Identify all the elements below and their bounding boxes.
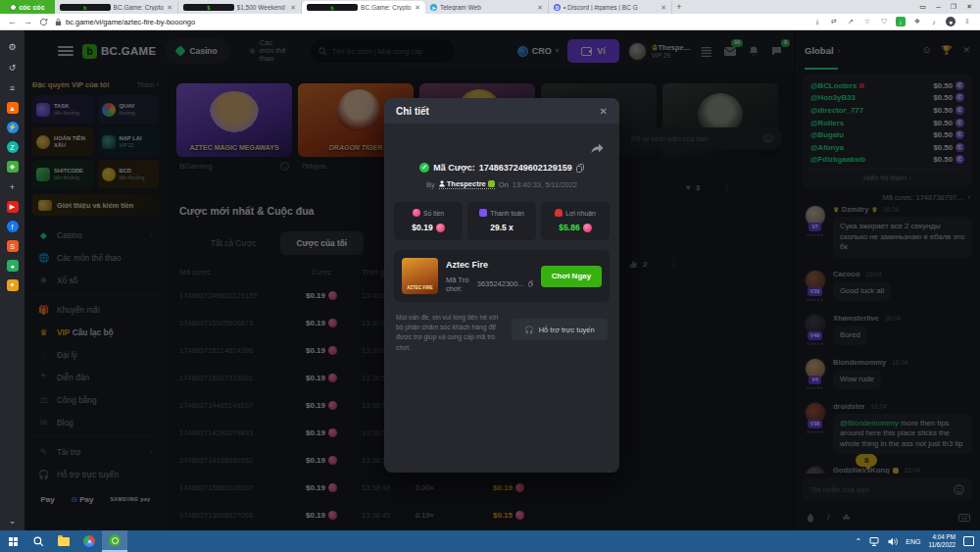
hidden-icons-chevron[interactable]: ⌃ xyxy=(856,537,862,546)
shortcut-lamp-icon[interactable]: ✦ xyxy=(7,279,19,291)
bet-author-link[interactable]: Thespectre xyxy=(439,179,495,189)
tab-close-icon[interactable]: ✕ xyxy=(290,4,296,12)
downloads-tray-icon[interactable]: ⇩ xyxy=(962,17,972,26)
taskbar-search-button[interactable] xyxy=(25,530,51,552)
search-icon xyxy=(33,536,44,547)
telegram-favicon: ➤ xyxy=(430,4,437,11)
url-bar[interactable]: bc.game/vi/game/aztec-fire-by-booongo xyxy=(55,18,806,26)
support-note: Mọi vấn đề, xin vui lòng liên hệ với bộ … xyxy=(396,313,504,353)
new-tab-button[interactable]: + xyxy=(672,2,686,14)
shopee-icon[interactable]: S xyxy=(7,240,19,252)
media-icon[interactable]: ♪ xyxy=(929,17,939,26)
bcgame-favicon: b xyxy=(307,4,358,11)
tab-telegram[interactable]: ➤Telegram Web✕ xyxy=(425,1,549,14)
bet-id-value: 1748637249602129159 xyxy=(479,163,572,173)
tab-title: • Discord | #games | BC G xyxy=(564,4,658,11)
chrome-icon xyxy=(83,535,95,547)
forward-button[interactable]: → xyxy=(24,17,32,26)
file-explorer-button[interactable] xyxy=(51,530,76,552)
modal-title: Chi tiết xyxy=(396,106,429,117)
tab-bcgame-active[interactable]: bBC.Game: Crypto Casino Gam✕ xyxy=(302,1,425,14)
by-label: By xyxy=(426,180,435,189)
tab-title: $1,500 Weekend Booongo M xyxy=(237,4,288,11)
bookmark-star-icon[interactable]: ☆ xyxy=(862,17,872,26)
windows-taskbar: ⌃ ENG 4:04 PM11/6/2022 xyxy=(0,530,980,552)
amount-icon xyxy=(413,209,420,217)
coccoc-brand-logo[interactable]: cốc cốc xyxy=(0,0,55,14)
person-icon xyxy=(439,180,445,187)
tab-search-icon[interactable]: ▭ xyxy=(919,3,926,11)
payout-icon xyxy=(479,209,487,217)
collapse-strip-icon[interactable]: ⌄ xyxy=(6,514,19,527)
copy-icon[interactable] xyxy=(528,279,533,288)
download-manager-icon[interactable]: ↓ xyxy=(896,17,906,26)
minimize-button[interactable]: ─ xyxy=(936,4,941,11)
browser-tab-strip: cốc cốc bBC.Game: Crypto Casino Gam✕ $$1… xyxy=(0,0,980,14)
network-icon[interactable] xyxy=(869,537,880,546)
translate-icon[interactable]: ⇄ xyxy=(829,17,839,26)
tab-booongo[interactable]: $$1,500 Weekend Booongo M✕ xyxy=(178,1,302,14)
game-id-label: Mã Trò chơi: xyxy=(446,276,473,293)
live-support-button[interactable]: 🎧Hỗ trợ trực tuyến xyxy=(512,319,608,340)
url-text: bc.game/vi/game/aztec-fire-by-booongo xyxy=(66,18,195,26)
stat-payout: Thanh toán 29.5 x xyxy=(467,202,536,240)
share-icon[interactable] xyxy=(591,143,604,154)
bet-id-label: Mã Cược: xyxy=(433,163,474,173)
profile-avatar-icon[interactable]: ● xyxy=(946,17,956,26)
lock-icon xyxy=(55,18,62,26)
play-now-button[interactable]: Chơi Ngay xyxy=(541,266,602,287)
tab-discord[interactable]: D• Discord | #games | BC G✕ xyxy=(549,1,672,14)
share-ext-icon[interactable]: ↗ xyxy=(846,17,856,26)
chrome-button[interactable] xyxy=(76,530,102,552)
frog-emoji-icon xyxy=(488,180,495,187)
game-title: Aztec Fire xyxy=(446,260,533,270)
tab-title: Telegram Web xyxy=(440,4,534,11)
add-shortcut-icon[interactable]: + xyxy=(6,180,19,193)
bet-stats: Số tiền $0.19 Thanh toán 29.5 x Lợi nhuậ… xyxy=(394,202,610,240)
action-center-icon[interactable] xyxy=(963,536,974,546)
save-page-icon[interactable]: ⤓ xyxy=(812,17,822,26)
tab-close-icon[interactable]: ✕ xyxy=(415,4,420,12)
verified-badge-icon: ✓ xyxy=(419,163,429,173)
bcgame-app: bBC.GAME Casino Các môn thể thao CRO▾ Ví… xyxy=(24,30,980,530)
reload-icon[interactable] xyxy=(39,18,48,26)
tab-close-icon[interactable]: ✕ xyxy=(661,4,666,12)
start-button[interactable] xyxy=(0,530,25,552)
headset-icon: 🎧 xyxy=(524,326,533,334)
language-indicator[interactable]: ENG xyxy=(906,538,920,545)
browser-toolbar: ← → bc.game/vi/game/aztec-fire-by-booong… xyxy=(0,14,980,30)
games-icon[interactable]: ◈ xyxy=(7,161,19,173)
reading-list-icon[interactable]: ≡ xyxy=(6,81,19,94)
discord-favicon: D xyxy=(554,4,561,11)
restore-button[interactable]: ❐ xyxy=(951,3,956,11)
coin-icon xyxy=(436,224,445,232)
booongo-favicon: $ xyxy=(183,4,234,11)
volume-icon[interactable] xyxy=(888,537,898,546)
shield-icon[interactable]: ⛉ xyxy=(879,17,889,26)
modal-note-row: Mọi vấn đề, xin vui lòng liên hệ với bộ … xyxy=(396,313,608,353)
zalo-icon[interactable]: Z xyxy=(7,141,19,153)
windows-logo-icon xyxy=(9,537,18,546)
clock[interactable]: 4:04 PM11/6/2022 xyxy=(928,533,956,549)
folder-icon xyxy=(58,537,70,546)
back-button[interactable]: ← xyxy=(8,17,17,26)
youtube-icon[interactable]: ▶ xyxy=(7,201,19,213)
messenger-icon[interactable]: ⚡ xyxy=(7,122,19,133)
history-icon[interactable]: ↺ xyxy=(6,61,19,74)
hot-trends-icon[interactable]: ▲ xyxy=(7,102,19,114)
coccoc-button[interactable] xyxy=(102,530,127,552)
copy-icon[interactable] xyxy=(576,164,584,173)
tab-bcgame-1[interactable]: bBC.Game: Crypto Casino Gam✕ xyxy=(55,1,178,14)
close-button[interactable]: ✕ xyxy=(966,3,972,11)
extension-puzzle-icon[interactable]: ❖ xyxy=(912,17,922,26)
tab-close-icon[interactable]: ✕ xyxy=(167,4,172,12)
tab-close-icon[interactable]: ✕ xyxy=(537,4,543,12)
game-id-value: 3635242300... xyxy=(477,279,524,288)
shortcut-green-icon[interactable]: ● xyxy=(7,260,19,272)
bet-by-row: By Thespectre On 13:40:33, 5/11/2022 xyxy=(384,179,619,189)
settings-gear-icon[interactable]: ⚙ xyxy=(6,40,19,53)
game-thumbnail[interactable]: AZTEC FIRE xyxy=(402,258,438,294)
page: ⚙ ↺ ≡ ▲ ⚡ Z ◈ + ▶ f S ● ✦ ⌄ bBC.GAME Cas… xyxy=(0,30,980,530)
modal-close-icon[interactable]: ✕ xyxy=(600,106,608,117)
facebook-icon[interactable]: f xyxy=(7,221,19,232)
